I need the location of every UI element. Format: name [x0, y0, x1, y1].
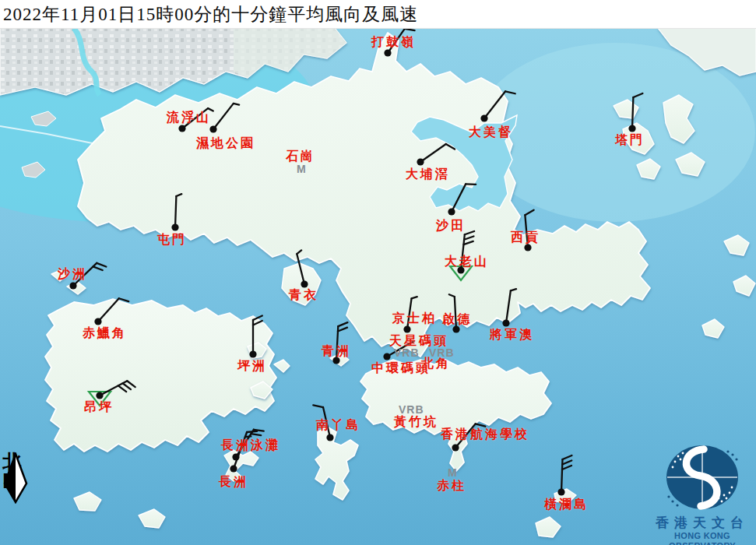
station-label: 南丫島 — [316, 419, 360, 431]
map-title: 2022年11月01日15時00分的十分鐘平均風向及風速 — [0, 2, 418, 26]
station-label: 坪洲 — [237, 360, 267, 372]
station-label: 塔門 — [615, 134, 645, 146]
station-label: 香港航海學校 — [441, 428, 529, 441]
map-title-bar: 2022年11月01日15時00分的十分鐘平均風向及風速 — [0, 0, 756, 29]
wind-map: 打鼓嶺流浮山濕地公園石崗M大埔滘大美督塔門沙田西貢大老山屯門沙洲青衣京士柏啟德將… — [0, 0, 756, 545]
station-label: 赤鱲角 — [83, 327, 127, 339]
station-label: 沙田 — [436, 220, 466, 232]
station-layer: 打鼓嶺流浮山濕地公園石崗M大埔滘大美督塔門沙田西貢大老山屯門沙洲青衣京士柏啟德將… — [0, 0, 756, 545]
hko-logo-icon — [659, 441, 745, 515]
station-label: 大美督 — [469, 126, 513, 139]
station-label: 青衣 — [289, 289, 318, 301]
station-label: 赤柱 — [437, 480, 466, 492]
station-annotation: M — [448, 467, 458, 478]
station-label: 青洲 — [322, 345, 351, 357]
station-annotation: VRB — [429, 347, 455, 358]
station-label: 大老山 — [445, 255, 489, 268]
hko-logo-zh: 香港天文台 — [649, 516, 756, 531]
station-label: 沙洲 — [58, 268, 87, 280]
station-label: 將軍澳 — [490, 329, 534, 341]
station-label: 濕地公園 — [196, 137, 255, 149]
station-label: 黃竹坑 — [394, 416, 438, 428]
compass-north: 北 N — [2, 452, 33, 490]
hko-logo: 香港天文台 HONG KONG OBSERVATORY — [649, 441, 756, 545]
station-label: 橫瀾島 — [544, 498, 589, 511]
station-label: 昂坪 — [84, 401, 114, 413]
station-label: 天星碼頭 — [389, 335, 448, 347]
station-label: 石崗 — [286, 150, 315, 163]
station-label: 京士柏 — [392, 312, 437, 325]
station-label: 西貢 — [511, 231, 540, 244]
station-label: 長洲泳灘 — [221, 439, 280, 452]
station-label: 長洲 — [219, 476, 248, 488]
station-annotation: M — [297, 164, 307, 174]
station-label: 啟德 — [442, 313, 472, 325]
station-label: 大埔滘 — [406, 168, 450, 181]
station-label: 中環碼頭 — [371, 362, 431, 374]
hko-logo-en: HONG KONG OBSERVATORY — [649, 531, 756, 545]
station-annotation: VRB — [394, 347, 420, 358]
station-label: 屯門 — [157, 234, 187, 246]
station-annotation: VRB — [399, 404, 424, 415]
north-arrow-icon — [2, 452, 29, 504]
station-label: 打鼓嶺 — [371, 36, 416, 48]
station-label: 流浮山 — [167, 111, 211, 124]
